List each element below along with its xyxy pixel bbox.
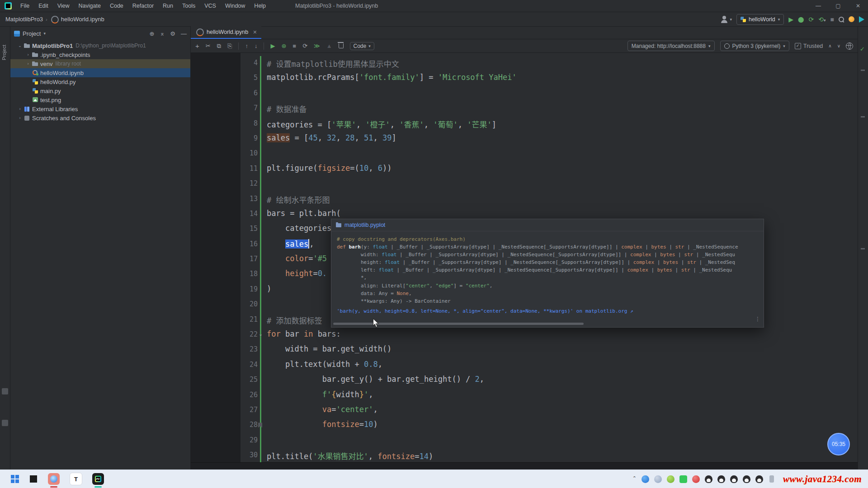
blue-app-icon[interactable] [642,475,649,483]
paste-cell-button[interactable]: ⎘ [227,42,232,50]
code-line-24[interactable]: 24 plt.text(width + 0.8, [191,358,858,373]
add-cell-button[interactable]: + [195,42,199,50]
rerun-button[interactable]: ⟲▾ [818,16,826,23]
tree-item-matplotlibpro1[interactable]: ⌄MatplotlibPro1D:\python_pro\MatplotlibP… [10,41,190,50]
pinwheel-app-icon[interactable] [29,474,38,483]
pycharm-taskbar-icon[interactable]: PC [92,473,104,485]
structure-stripe-icon[interactable] [2,388,8,394]
move-cell-up-button[interactable]: ↑ [245,42,248,49]
tree-item-venv[interactable]: ›venvlibrary root [10,59,190,68]
run-cell-button[interactable]: ▶ [270,42,275,49]
copy-cell-button[interactable]: ⧉ [217,42,221,50]
maximize-button[interactable]: ▢ [828,3,848,9]
menu-view[interactable]: View [53,2,74,10]
menu-file[interactable]: File [16,2,33,10]
menu-window[interactable]: Window [221,2,249,10]
breadcrumb-project[interactable]: MatplotlibPro3 [5,16,43,23]
run-all-cells-button[interactable]: ⊛ [281,42,286,49]
code-line-26[interactable]: 26 f'{width}', [191,388,858,403]
code-line-23[interactable]: 23 width = bar.get_width() [191,343,858,357]
close-button[interactable]: ✕ [848,3,868,9]
bookmarks-stripe-icon[interactable] [2,420,8,426]
kernel-select[interactable]: Python 3 (ipykernel)▾ [720,41,789,51]
qq-icon[interactable] [755,475,763,483]
collapse-all-icon[interactable]: ⌅ [160,30,165,37]
tree-item-scratches-and-consoles[interactable]: ›Scratches and Consoles [10,113,190,122]
code-line-29[interactable]: 29 [191,433,858,448]
search-everywhere-icon[interactable] [839,17,844,22]
cloud-app-icon[interactable] [654,475,662,483]
tree-item-helloworld-py[interactable]: helloWorld.py [10,77,190,86]
stop-button[interactable]: ■ [830,16,834,23]
minimize-button[interactable]: — [808,3,828,9]
menu-tools[interactable]: Tools [178,2,199,10]
delete-cell-button[interactable] [339,43,344,48]
restart-kernel-button[interactable]: ⟳ [302,42,307,49]
menu-navigate[interactable]: Navigate [75,2,105,10]
project-panel-title[interactable]: Project [23,30,41,37]
menu-edit[interactable]: Edit [34,2,52,10]
code-line-6[interactable]: 6 [191,86,858,101]
menu-code[interactable]: Code [106,2,127,10]
message-app-icon[interactable] [679,475,687,483]
code-line-25[interactable]: 25 bar.get_y() + bar.get_height() / 2, [191,373,858,388]
project-stripe-tab[interactable]: Project [1,45,7,60]
move-cell-down-button[interactable]: ↓ [255,42,258,49]
code-line-11[interactable]: 11plt.figure(figsize=(10, 6)) [191,162,858,177]
panel-settings-gear-icon[interactable]: ⚙ [170,30,175,37]
code-line-12[interactable]: 12 [191,177,858,192]
stop-kernel-button[interactable]: ■ [292,42,296,49]
next-cell-icon[interactable]: ∨ [837,43,840,48]
breadcrumb-file[interactable]: helloWorld.ipynb [61,16,104,23]
code-line-13[interactable]: 13# 绘制水平条形图 [191,192,858,207]
code-line-30[interactable]: 30plt.title('水果销售对比', fontsize=14) [191,448,858,462]
code-line-9[interactable]: 9sales = [45, 32, 28, 51, 39] [191,131,858,146]
doc-popup-scrollbar[interactable] [333,323,584,325]
prev-cell-icon[interactable]: ∧ [828,43,831,48]
t-app-icon[interactable]: T [70,473,82,485]
tree-item-external-libraries[interactable]: ›External Libraries [10,104,190,113]
notification-dot-icon[interactable] [849,16,854,22]
interrupt-kernel-icon[interactable]: ▲ [326,42,332,49]
trusted-checkbox[interactable]: ✓Trusted [795,42,823,49]
locate-file-icon[interactable]: ⊕ [150,30,155,37]
doc-popup-menu-icon[interactable]: ⋮ [755,318,760,320]
inspections-ok-icon[interactable]: ✓ [860,46,865,52]
hide-panel-icon[interactable]: — [181,30,187,37]
tree-item--ipynb-checkpoints[interactable]: ›.ipynb_checkpoints [10,50,190,59]
code-line-10[interactable]: 10 [191,146,858,161]
tree-item-main-py[interactable]: main.py [10,86,190,95]
documentation-popup[interactable]: matplotlib.pyplot # copy docstring and d… [331,219,764,328]
code-line-28[interactable]: 28 fontsize=10) [191,418,858,433]
start-button[interactable] [11,475,19,483]
open-in-browser-icon[interactable] [846,42,853,50]
menu-refactor[interactable]: Refactor [128,2,158,10]
cut-cell-button[interactable]: ✂ [206,42,211,49]
codewithme-icon[interactable] [859,16,864,23]
qq-icon[interactable] [717,475,725,483]
browser-app-icon[interactable] [48,473,60,485]
code-line-7[interactable]: 7# 数据准备 [191,101,858,116]
cell-type-select[interactable]: Code▾ [350,42,374,50]
mic-icon[interactable] [769,475,774,483]
user-menu-button[interactable]: ▾ [720,15,732,23]
tab-close-icon[interactable]: ✕ [253,29,257,35]
run-config-select[interactable]: helloWorld▾ [736,14,784,25]
tree-item-helloworld-ipynb[interactable]: helloWorld.ipynb [10,68,190,77]
code-line-27[interactable]: 27 va='center', [191,403,858,418]
menu-run[interactable]: Run [159,2,177,10]
run-below-button[interactable]: ≫ [314,42,320,49]
chevron-up-icon[interactable]: ⌃ [632,475,637,483]
server-select[interactable]: Managed: http://localhost:8888▾ [627,41,715,51]
code-line-22[interactable]: 22⌄for bar in bars: [191,328,858,343]
tree-item-test-png[interactable]: test.png [10,95,190,104]
menu-help[interactable]: Help [250,2,270,10]
tab-helloworld-ipynb[interactable]: helloWorld.ipynb ✕ [191,26,261,39]
red-app-icon[interactable] [692,475,700,483]
green-app-icon[interactable] [667,475,675,483]
run-button[interactable]: ▶ [788,16,793,23]
debug-button[interactable]: ⬤ [798,16,804,23]
doc-external-link[interactable]: 'barh(y, width, height=0.8, left=None, *… [337,308,633,314]
code-line-4[interactable]: 4# 设置matplotlib使用黑体显示中文 [191,56,858,71]
coverage-button[interactable]: ⟳ [809,16,814,23]
